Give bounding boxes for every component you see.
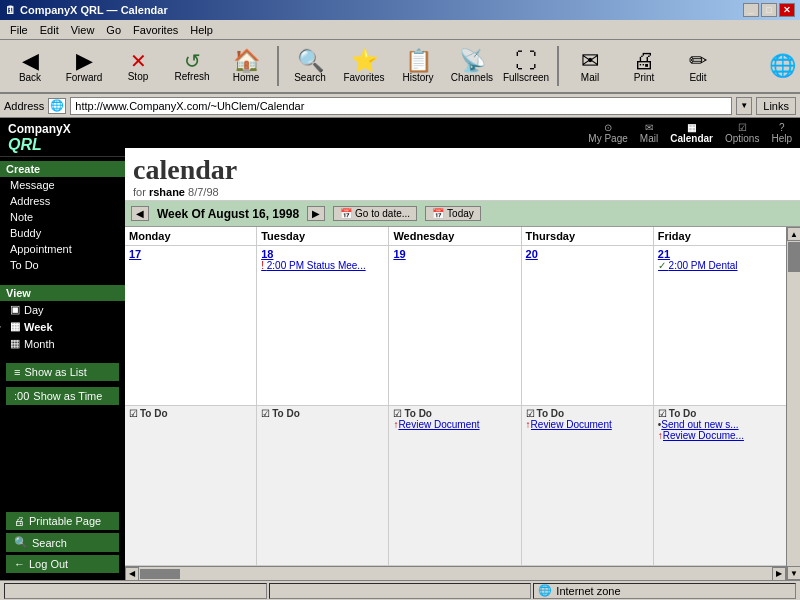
calendar-subtitle: for rshane 8/7/98: [133, 186, 792, 198]
title-bar-left: 🗓 CompanyX QRL — Calendar: [5, 4, 168, 16]
todo-monday-header: ☑ To Do: [129, 408, 252, 419]
maximize-button[interactable]: □: [761, 3, 777, 17]
tuesday-event-1[interactable]: 2:00 PM Status Mee...: [261, 260, 384, 271]
address-bar: Address 🌐 ▼ Links: [0, 94, 800, 118]
favorites-button[interactable]: ⭐ Favorites: [338, 42, 390, 90]
today-button[interactable]: 📅 Today: [425, 206, 481, 221]
print-icon: 🖨: [633, 50, 655, 72]
prev-week-button[interactable]: ◀: [131, 206, 149, 221]
fullscreen-icon: ⛶: [515, 50, 537, 72]
tuesday-num[interactable]: 18: [261, 248, 273, 260]
printable-page-button[interactable]: 🖨 Printable Page: [6, 512, 119, 530]
back-button[interactable]: ◀ Back: [4, 42, 56, 90]
week-title: Week Of August 16, 1998: [157, 207, 299, 221]
todo-friday-link-2[interactable]: Review Docume...: [663, 430, 744, 441]
thursday-num[interactable]: 20: [526, 248, 538, 260]
next-week-button[interactable]: ▶: [307, 206, 325, 221]
todo-friday-header: ☑ To Do: [658, 408, 782, 419]
todo-wednesday-header: ☑ To Do: [393, 408, 516, 419]
forward-button[interactable]: ▶ Forward: [58, 42, 110, 90]
menu-file[interactable]: File: [4, 22, 34, 38]
home-button[interactable]: 🏠 Home: [220, 42, 272, 90]
go-to-date-button[interactable]: 📅 Go to date...: [333, 206, 417, 221]
refresh-icon: ↺: [184, 51, 201, 71]
nav-calendar[interactable]: ▦ Calendar: [670, 122, 713, 144]
back-icon: ◀: [22, 50, 39, 72]
mypage-icon: ⊙: [604, 122, 612, 133]
title-bar-icon: 🗓: [5, 4, 16, 16]
wednesday-num[interactable]: 19: [393, 248, 405, 260]
h-scroll-track[interactable]: [139, 568, 772, 580]
v-scroll-down-button[interactable]: ▼: [787, 566, 800, 580]
address-input[interactable]: [70, 97, 732, 115]
nav-help[interactable]: ? Help: [771, 122, 792, 144]
show-as-list-button[interactable]: ≡ Show as List: [6, 363, 119, 381]
todo-friday: ☑ To Do • Send out new s... ↑ Review Doc…: [654, 406, 786, 565]
status-zone: 🌐 Internet zone: [533, 583, 796, 599]
nav-mypage[interactable]: ⊙ My Page: [588, 122, 627, 144]
view-week[interactable]: ▶ ▦ Week: [0, 318, 125, 335]
channels-button[interactable]: 📡 Channels: [446, 42, 498, 90]
logout-button[interactable]: ← Log Out: [6, 555, 119, 573]
edit-button[interactable]: ✏ Edit: [672, 42, 724, 90]
view-day[interactable]: ▣ Day: [0, 301, 125, 318]
print-button[interactable]: 🖨 Print: [618, 42, 670, 90]
v-scroll-thumb[interactable]: [788, 242, 800, 272]
address-label: Address: [4, 100, 44, 112]
todo-thursday-link-1[interactable]: Review Document: [531, 419, 612, 430]
sidebar-item-note[interactable]: Note: [0, 209, 125, 225]
h-scroll-thumb[interactable]: [140, 569, 180, 579]
nav-options[interactable]: ☑ Options: [725, 122, 759, 144]
view-month[interactable]: ▦ Month: [0, 335, 125, 352]
calendar-area: Monday Tuesday Wednesday Thursday Friday: [125, 227, 786, 580]
todo-tuesday-header: ☑ To Do: [261, 408, 384, 419]
title-bar: 🗓 CompanyX QRL — Calendar _ □ ✕: [0, 0, 800, 20]
qrl-logo: QRL: [8, 136, 117, 154]
fullscreen-button[interactable]: ⛶ Fullscreen: [500, 42, 552, 90]
day-cell-monday: 17: [125, 246, 257, 405]
nav-mail[interactable]: ✉ Mail: [640, 122, 658, 144]
menu-favorites[interactable]: Favorites: [127, 22, 184, 38]
stop-button[interactable]: ✕ Stop: [112, 42, 164, 90]
show-as-time-button[interactable]: :00 Show as Time: [6, 387, 119, 405]
h-scroll-right-button[interactable]: ▶: [772, 567, 786, 581]
close-button[interactable]: ✕: [779, 3, 795, 17]
sidebar-item-buddy[interactable]: Buddy: [0, 225, 125, 241]
friday-num[interactable]: 21: [658, 248, 670, 260]
links-button[interactable]: Links: [756, 97, 796, 115]
todo-friday-link-1[interactable]: Send out new s...: [661, 419, 738, 430]
v-scroll-up-button[interactable]: ▲: [787, 227, 800, 241]
week-icon: ▦: [10, 320, 20, 333]
menu-go[interactable]: Go: [100, 22, 127, 38]
sidebar-item-appointment[interactable]: Appointment: [0, 241, 125, 257]
title-bar-controls: _ □ ✕: [743, 3, 795, 17]
history-button[interactable]: 📋 History: [392, 42, 444, 90]
menu-view[interactable]: View: [65, 22, 101, 38]
sidebar-item-todo[interactable]: To Do: [0, 257, 125, 273]
mail-button[interactable]: ✉ Mail: [564, 42, 616, 90]
minimize-button[interactable]: _: [743, 3, 759, 17]
monday-num[interactable]: 17: [129, 248, 141, 260]
address-dropdown[interactable]: ▼: [736, 97, 752, 115]
forward-icon: ▶: [76, 50, 93, 72]
refresh-button[interactable]: ↺ Refresh: [166, 42, 218, 90]
status-bar: 🌐 Internet zone: [0, 580, 800, 600]
menu-edit[interactable]: Edit: [34, 22, 65, 38]
todo-wednesday-link-1[interactable]: Review Document: [398, 419, 479, 430]
mail-icon: ✉: [581, 50, 599, 72]
print-icon-sidebar: 🖨: [14, 515, 25, 527]
friday-event-1[interactable]: 2:00 PM Dental: [658, 260, 782, 271]
sidebar-item-address[interactable]: Address: [0, 193, 125, 209]
h-scroll-left-button[interactable]: ◀: [125, 567, 139, 581]
sidebar-item-message[interactable]: Message: [0, 177, 125, 193]
calendar-date: 8/7/98: [188, 186, 219, 198]
page-icon: 🌐: [48, 98, 66, 114]
v-scroll-track[interactable]: [787, 241, 800, 566]
search-button[interactable]: 🔍 Search: [284, 42, 336, 90]
search-sidebar-button[interactable]: 🔍 Search: [6, 533, 119, 552]
todo-thursday: ☑ To Do ↑ Review Document: [522, 406, 654, 565]
edit-icon: ✏: [689, 50, 707, 72]
todo-tuesday: ☑ To Do: [257, 406, 389, 565]
menu-help[interactable]: Help: [184, 22, 219, 38]
day-cell-tuesday: 18 2:00 PM Status Mee...: [257, 246, 389, 405]
